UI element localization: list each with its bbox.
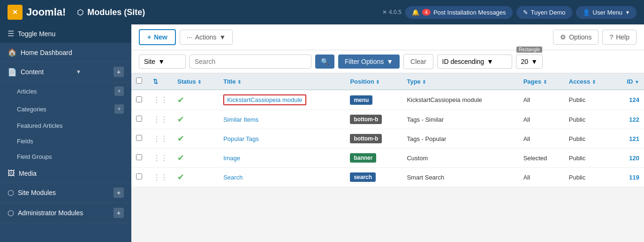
user-menu-label: User Menu (593, 9, 623, 16)
row-drag-handle[interactable]: ⋮⋮ (148, 148, 173, 168)
sidebar-item-articles[interactable]: Articles + (0, 82, 131, 100)
row-type: Custom (402, 148, 518, 168)
col-status[interactable]: Status ⇕ (173, 73, 219, 90)
status-check-icon: ✔ (177, 172, 184, 182)
notifications-button[interactable]: 🔔 4 Post Installation Messages (405, 6, 513, 19)
modules-icon: ⬡ (77, 8, 83, 17)
table-row: ⋮⋮ ✔ Similar Items bottom-b Tags - Simil… (131, 110, 644, 129)
admin-modules-icon: ⬡ (8, 209, 14, 218)
joomla-icon: ✕ (8, 5, 23, 20)
content-plus-icon[interactable]: + (114, 67, 124, 77)
row-title: KickstartCassiopeia module (219, 90, 345, 110)
fields-label: Fields (17, 138, 33, 145)
row-position: bottom-b (345, 110, 402, 129)
position-badge: banner (350, 153, 376, 163)
clear-button[interactable]: Clear (403, 54, 433, 69)
row-title: Popular Tags (219, 129, 345, 148)
row-drag-handle[interactable]: ⋮⋮ (148, 168, 173, 187)
module-title-link[interactable]: KickstartCassiopeia module (223, 94, 306, 105)
type-sort-icon: ⇕ (422, 79, 426, 85)
position-badge: search (350, 172, 376, 182)
select-all-checkbox[interactable] (136, 78, 142, 84)
sidebar-item-admin-modules[interactable]: ⬡ Administrator Modules + (0, 203, 131, 223)
row-checkbox[interactable] (136, 173, 142, 180)
row-access: Public (564, 129, 614, 148)
row-pages: All (519, 110, 564, 129)
user-menu-button[interactable]: 👤 User Menu ▼ (576, 6, 636, 19)
sort-select[interactable]: ID descending ▼ (437, 55, 512, 69)
sidebar-item-toggle[interactable]: ☰ Toggle Menu (0, 24, 131, 43)
row-drag-handle[interactable]: ⋮⋮ (148, 129, 173, 148)
module-title-link[interactable]: Search (223, 174, 242, 181)
media-icon: 🖼 (8, 169, 15, 178)
module-title-link[interactable]: Similar Items (223, 116, 258, 123)
row-status[interactable]: ✔ (173, 148, 219, 168)
sidebar-item-site-modules[interactable]: ⬡ Site Modules + (0, 183, 131, 203)
question-icon: ? (609, 33, 613, 41)
sidebar-item-media[interactable]: 🖼 Media (0, 164, 131, 183)
admin-modules-plus-icon[interactable]: + (114, 208, 124, 218)
search-button[interactable]: 🔍 (315, 55, 334, 69)
per-page-select[interactable]: 20 ▼ (516, 55, 543, 69)
sidebar-item-fields[interactable]: Fields (0, 133, 131, 149)
col-title[interactable]: Title ⇕ (219, 73, 345, 90)
gear-icon: ⚙ (560, 33, 566, 41)
table-row: ⋮⋮ ✔ Search search Smart Search All Publ… (131, 168, 644, 187)
sidebar-item-home[interactable]: 🏠 Home Dashboard (0, 43, 131, 62)
sidebar-item-field-groups[interactable]: Field Groups (0, 149, 131, 164)
status-col-label: Status (177, 78, 196, 85)
col-position[interactable]: Position ⇕ (345, 73, 402, 90)
row-status[interactable]: ✔ (173, 129, 219, 148)
table-row: ⋮⋮ ✔ Image banner Custom Selected Public… (131, 148, 644, 168)
row-drag-handle[interactable]: ⋮⋮ (148, 110, 173, 129)
new-button[interactable]: + New (139, 29, 176, 45)
toggle-label: Toggle Menu (18, 30, 55, 38)
clear-label: Clear (410, 58, 426, 65)
module-title-link[interactable]: Image (223, 155, 240, 162)
row-type: Tags - Similar (402, 110, 518, 129)
help-button[interactable]: ? Help (602, 30, 636, 45)
categories-plus-icon[interactable]: + (114, 104, 124, 114)
col-type[interactable]: Type ⇕ (402, 73, 518, 90)
row-checkbox[interactable] (136, 96, 142, 102)
page-title-area: ⬡ Modules (Site) (77, 8, 377, 17)
pages-col-label: Pages (523, 78, 541, 85)
categories-label: Categories (17, 106, 46, 113)
filter-options-button[interactable]: Filter Options ▼ (338, 55, 400, 69)
site-modules-plus-icon[interactable]: + (114, 187, 124, 198)
row-position: menu (345, 90, 402, 110)
row-access: Public (564, 168, 614, 187)
row-checkbox[interactable] (136, 154, 142, 160)
sidebar-item-content[interactable]: 📄 Content ▼ + (0, 62, 131, 82)
access-sort-icon: ⇕ (592, 79, 596, 85)
module-title-link[interactable]: Popular Tags (223, 135, 259, 142)
main-layout: ☰ Toggle Menu 🏠 Home Dashboard 📄 Content… (0, 24, 644, 242)
content-icon: 📄 (8, 68, 17, 77)
sort-label: ID descending (442, 58, 485, 65)
brand-logo[interactable]: ✕ Joomla! (8, 5, 66, 20)
articles-plus-icon[interactable]: + (114, 86, 124, 96)
table-row: ⋮⋮ ✔ KickstartCassiopeia module menu Kic… (131, 90, 644, 110)
home-icon: 🏠 (8, 48, 17, 57)
options-button[interactable]: ⚙ Options (553, 30, 599, 45)
col-access[interactable]: Access ⇕ (564, 73, 614, 90)
col-id[interactable]: ID ▼ (614, 73, 644, 90)
col-pages[interactable]: Pages ⇕ (519, 73, 564, 90)
row-checkbox[interactable] (136, 116, 142, 122)
site-select[interactable]: Site ▼ (139, 55, 186, 69)
row-checkbox[interactable] (136, 135, 142, 141)
sidebar-item-categories[interactable]: Categories + (0, 100, 131, 118)
row-title: Image (219, 148, 345, 168)
actions-label: Actions (195, 33, 217, 41)
row-status[interactable]: ✔ (173, 90, 219, 110)
user-demo-button[interactable]: ✎ Tuyen Demo (516, 6, 572, 19)
row-status[interactable]: ✔ (173, 110, 219, 129)
type-col-label: Type (407, 78, 420, 85)
version-badge: ✕ 4.0.5 (382, 9, 402, 16)
row-status[interactable]: ✔ (173, 168, 219, 187)
search-input[interactable] (189, 55, 311, 69)
version-text: 4.0.5 (389, 9, 402, 16)
actions-button[interactable]: ··· Actions ▼ (180, 30, 233, 45)
sidebar-item-featured[interactable]: Featured Articles (0, 118, 131, 133)
row-drag-handle[interactable]: ⋮⋮ (148, 90, 173, 110)
